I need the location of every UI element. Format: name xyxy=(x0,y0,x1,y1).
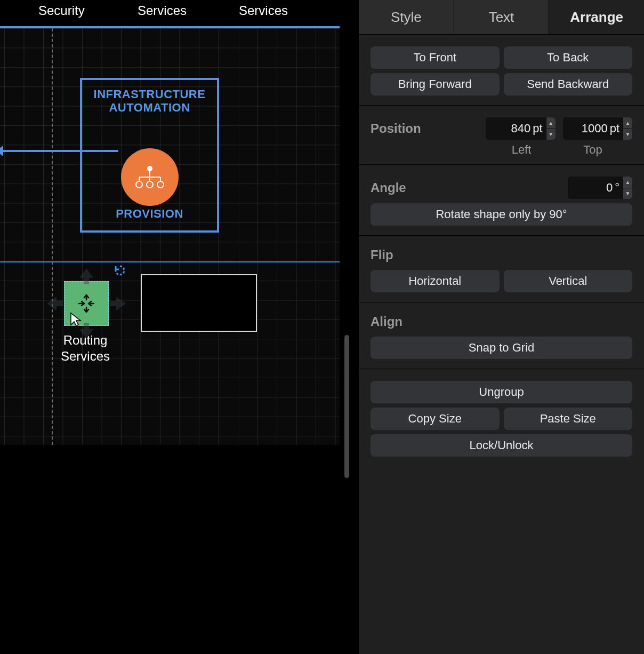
section-group: Ungroup Copy Size Paste Size Lock/Unlock xyxy=(359,369,644,466)
lock-unlock-button[interactable]: Lock/Unlock xyxy=(371,434,632,457)
canvas-area[interactable]: Security Services Services INFRASTRUCTUR… xyxy=(0,0,351,654)
section-position: Position pt ▲ ▼ pt ▲ ▼ xyxy=(359,105,644,164)
angle-label: Angle xyxy=(371,180,560,195)
arrow-left-icon xyxy=(47,297,63,310)
position-top-unit: pt xyxy=(610,122,623,135)
align-label: Align xyxy=(371,314,632,329)
empty-shape[interactable] xyxy=(141,274,257,332)
angle-step-down[interactable]: ▼ xyxy=(623,188,632,200)
flip-label: Flip xyxy=(371,248,632,262)
section-flip: Flip Horizontal Vertical xyxy=(359,235,644,302)
position-top-sublabel: Top xyxy=(571,143,614,157)
inspector-tabs: Style Text Arrange xyxy=(359,0,644,34)
canvas-scrollbar-thumb[interactable] xyxy=(344,335,349,478)
column-header-services-2: Services xyxy=(239,3,288,18)
svg-point-0 xyxy=(147,166,152,171)
section-align: Align Snap to Grid xyxy=(359,302,644,369)
position-top-step-down[interactable]: ▼ xyxy=(623,129,632,140)
position-left-unit: pt xyxy=(533,122,545,135)
tab-text[interactable]: Text xyxy=(454,0,550,34)
bring-forward-button[interactable]: Bring Forward xyxy=(371,73,500,95)
move-handle-up[interactable] xyxy=(77,267,96,286)
svg-point-6 xyxy=(136,181,142,188)
infra-box-title: INFRASTRUCTURE AUTOMATION xyxy=(82,87,217,115)
flip-vertical-button[interactable]: Vertical xyxy=(504,270,633,292)
send-backward-button[interactable]: Send Backward xyxy=(504,73,633,95)
position-left-step-down[interactable]: ▼ xyxy=(546,129,556,140)
position-label: Position xyxy=(371,121,478,136)
svg-point-8 xyxy=(157,181,164,188)
move-handle-right[interactable] xyxy=(108,294,127,313)
arrow-right-icon xyxy=(110,297,126,310)
angle-step-up[interactable]: ▲ xyxy=(623,177,632,188)
svg-point-7 xyxy=(147,181,153,188)
infrastructure-automation-container[interactable]: INFRASTRUCTURE AUTOMATION PROVISION xyxy=(80,78,219,233)
provision-node[interactable] xyxy=(121,148,179,206)
position-top-stepper[interactable]: pt ▲ ▼ xyxy=(563,117,632,140)
position-left-step-up[interactable]: ▲ xyxy=(546,117,556,129)
ungroup-button[interactable]: Ungroup xyxy=(371,381,632,403)
to-front-button[interactable]: To Front xyxy=(371,46,500,69)
tab-arrange[interactable]: Arrange xyxy=(549,0,644,34)
tab-style[interactable]: Style xyxy=(359,0,454,34)
rotate-handle[interactable] xyxy=(114,265,126,280)
angle-unit: ° xyxy=(615,181,623,195)
to-back-button[interactable]: To Back xyxy=(504,46,633,69)
position-top-input[interactable] xyxy=(563,117,610,140)
angle-input[interactable] xyxy=(568,177,615,199)
section-order: To Front To Back Bring Forward Send Back… xyxy=(359,34,644,105)
canvas-grid[interactable]: INFRASTRUCTURE AUTOMATION PROVISION xyxy=(0,28,340,445)
snap-to-grid-button[interactable]: Snap to Grid xyxy=(371,337,632,359)
routing-services-node[interactable] xyxy=(64,281,109,326)
rotate-90-button[interactable]: Rotate shape only by 90° xyxy=(371,203,632,226)
arrow-up-icon xyxy=(79,268,93,284)
position-top-step-up[interactable]: ▲ xyxy=(623,117,632,129)
paste-size-button[interactable]: Paste Size xyxy=(504,408,633,430)
routing-icon xyxy=(76,293,97,314)
copy-size-button[interactable]: Copy Size xyxy=(371,408,500,430)
column-headers: Security Services Services xyxy=(0,0,340,29)
column-header-services-1: Services xyxy=(138,3,187,18)
horizontal-alignment-guide xyxy=(0,261,340,262)
flip-horizontal-button[interactable]: Horizontal xyxy=(371,270,500,292)
rotate-icon xyxy=(114,265,126,276)
vertical-page-guide xyxy=(52,28,53,445)
position-left-input[interactable] xyxy=(486,117,533,140)
position-left-sublabel: Left xyxy=(500,143,543,157)
section-angle: Angle ° ▲ ▼ Rotate shape only by 90° xyxy=(359,164,644,235)
hierarchy-icon xyxy=(133,164,167,190)
move-handle-left[interactable] xyxy=(45,294,65,313)
routing-services-label: Routing Services xyxy=(32,332,139,364)
column-header-security: Security xyxy=(38,3,85,18)
angle-stepper[interactable]: ° ▲ ▼ xyxy=(568,177,632,199)
app-root: Security Services Services INFRASTRUCTUR… xyxy=(0,0,644,654)
inspector-panel: Style Text Arrange To Front To Back Brin… xyxy=(358,0,644,654)
position-left-stepper[interactable]: pt ▲ ▼ xyxy=(486,117,555,140)
infra-box-subtitle: PROVISION xyxy=(82,207,217,221)
